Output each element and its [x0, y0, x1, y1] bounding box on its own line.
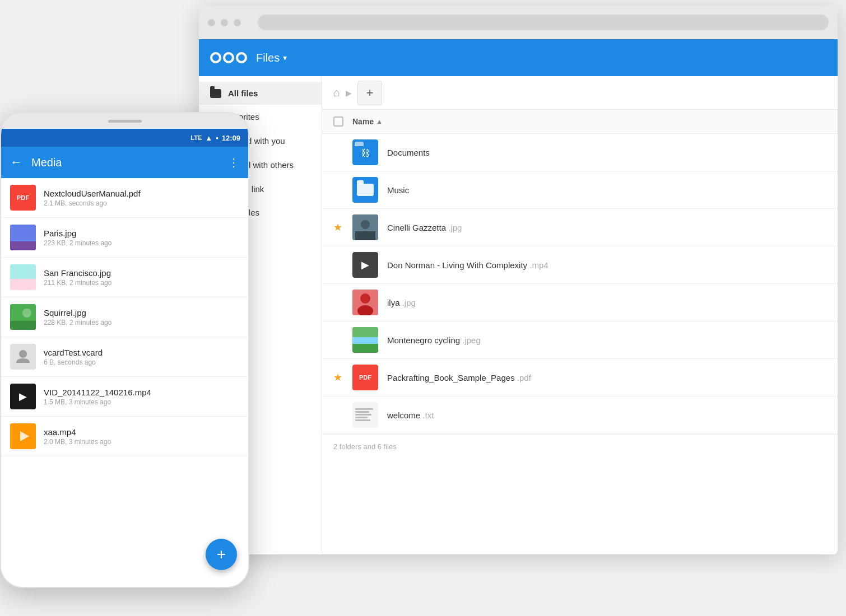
file-info: vcardTest.vcard 6 B, seconds ago — [44, 348, 239, 366]
sort-arrow-icon: ▲ — [376, 118, 383, 125]
file-name: Squirrel.jpg — [44, 308, 239, 318]
nc-filelist: ★ ⛓ Documents ★ — [322, 134, 838, 554]
file-name: ilya .jpg — [387, 298, 416, 307]
svg-point-4 — [360, 293, 370, 304]
table-row[interactable]: ★ Montenegro cycling .jpeg — [322, 321, 838, 359]
star-icon[interactable]: ★ — [333, 409, 347, 421]
file-meta: 6 B, seconds ago — [44, 358, 239, 366]
files-label: Files — [256, 52, 280, 64]
file-meta: 228 KB, 2 minutes ago — [44, 319, 239, 326]
back-button[interactable]: ← — [10, 155, 22, 170]
svg-rect-2 — [355, 231, 375, 240]
file-thumbnail: ▶ — [352, 252, 378, 278]
image-thumb — [10, 304, 36, 330]
table-row[interactable]: ★ PDF Packrafting_Book_Sample_Pages .pdf — [322, 359, 838, 396]
file-meta: 223 KB, 2 minutes ago — [44, 239, 239, 247]
mobile-file-list: PDF NextcloudUserManual.pdf 2.1 MB, seco… — [1, 178, 248, 587]
nc-logo — [210, 52, 247, 63]
nc-logo-circle-2 — [223, 52, 234, 63]
home-icon[interactable]: ⌂ — [333, 86, 340, 99]
list-item[interactable]: PDF NextcloudUserManual.pdf 2.1 MB, seco… — [1, 178, 248, 218]
star-icon[interactable]: ★ — [333, 146, 347, 158]
list-item[interactable]: Paris.jpg 223 KB, 2 minutes ago — [1, 218, 248, 258]
table-row[interactable]: ★ ⛓ Documents — [322, 134, 838, 171]
browser-dot-2 — [221, 19, 228, 26]
nc-right-panel: ⌂ ▶ + Name ▲ ★ — [322, 76, 838, 554]
app-title: Media — [31, 156, 219, 169]
nc-breadcrumb: ⌂ ▶ + — [322, 76, 838, 110]
file-meta: 1.5 MB, 3 minutes ago — [44, 398, 239, 406]
file-thumbnail — [352, 402, 378, 428]
star-icon[interactable]: ★ — [333, 259, 347, 271]
browser-window: Files ▾ All files ★ Favorites ◎ Shared w… — [199, 6, 838, 554]
video-thumb: ▶ — [352, 252, 378, 278]
file-name: Don Norman - Living With Complexity .mp4 — [387, 260, 548, 270]
list-item[interactable]: Squirrel.jpg 228 KB, 2 minutes ago — [1, 297, 248, 337]
file-name: San Francisco.jpg — [44, 268, 239, 278]
table-row[interactable]: ★ Cinelli Gazzetta .jpg — [322, 209, 838, 246]
file-info: xaa.mp4 2.0 MB, 3 minutes ago — [44, 427, 239, 446]
paris-thumbnail-svg — [10, 225, 36, 250]
file-name: VID_20141122_140216.mp4 — [44, 388, 239, 397]
file-name: welcome .txt — [387, 410, 434, 420]
add-icon: + — [217, 545, 226, 563]
nc-logo-circle-1 — [210, 52, 221, 63]
folder-link-thumb: ⛓ — [352, 139, 378, 165]
new-file-button[interactable]: + — [357, 81, 382, 105]
link-chain-icon: ⛓ — [361, 148, 370, 158]
file-thumbnail — [352, 214, 378, 240]
nc-files-button[interactable]: Files ▾ — [256, 52, 287, 64]
star-icon[interactable]: ★ — [333, 184, 347, 196]
list-item[interactable]: ▶ VID_20141122_140216.mp4 1.5 MB, 3 minu… — [1, 377, 248, 417]
status-time: 12:09 — [222, 134, 240, 142]
star-icon[interactable]: ★ — [333, 296, 347, 309]
file-name: Music — [387, 185, 409, 195]
star-icon[interactable]: ★ — [333, 221, 347, 234]
svg-point-1 — [361, 220, 370, 229]
table-row[interactable]: ★ ilya .jpg — [322, 284, 838, 321]
folder-shape-icon — [357, 184, 374, 196]
svg-point-14 — [22, 309, 31, 318]
file-thumbnail — [352, 327, 378, 353]
svg-point-16 — [19, 350, 27, 358]
name-column-header[interactable]: Name ▲ — [352, 117, 383, 126]
file-name: Cinelli Gazzetta .jpg — [387, 223, 462, 232]
svg-rect-10 — [10, 241, 36, 250]
fab-add-button[interactable]: + — [206, 539, 237, 570]
android-appbar: ← Media ⋮ — [1, 147, 248, 178]
table-row[interactable]: ★ welcome .txt — [322, 396, 838, 434]
nc-main-content: All files ★ Favorites ◎ Shared with you … — [199, 76, 838, 554]
overflow-menu-button[interactable]: ⋮ — [228, 156, 239, 169]
star-icon[interactable]: ★ — [333, 371, 347, 384]
files-chevron-icon: ▾ — [283, 53, 287, 62]
folder-thumb — [352, 177, 378, 203]
file-info: Paris.jpg 223 KB, 2 minutes ago — [44, 228, 239, 247]
breadcrumb-arrow-icon: ▶ — [346, 88, 352, 97]
vcard-icon-svg — [15, 348, 31, 365]
browser-addressbar[interactable] — [258, 15, 829, 30]
star-icon[interactable]: ★ — [333, 334, 347, 346]
nc-header: Files ▾ — [199, 39, 838, 76]
file-thumbnail — [352, 177, 378, 203]
browser-dot-3 — [234, 19, 241, 26]
name-col-label: Name — [352, 117, 374, 126]
sidebar-label-all-files: All files — [228, 88, 258, 98]
file-info: San Francisco.jpg 211 KB, 2 minutes ago — [44, 268, 239, 287]
mobile-notch-bar — [1, 113, 248, 129]
svg-rect-15 — [10, 321, 36, 330]
table-row[interactable]: ★ Music — [322, 171, 838, 209]
select-all-checkbox[interactable] — [333, 116, 343, 127]
list-item[interactable]: vcardTest.vcard 6 B, seconds ago — [1, 337, 248, 377]
video-thumb: ▶ — [10, 384, 36, 409]
file-name: Montenegro cycling .jpeg — [387, 335, 481, 345]
list-item[interactable]: San Francisco.jpg 211 KB, 2 minutes ago — [1, 258, 248, 297]
xaa-thumbnail-svg — [10, 423, 36, 449]
file-thumbnail: ⛓ — [352, 139, 378, 165]
mobile-phone: LTE ▲ ▪ 12:09 ← Media ⋮ PDF NextcloudUse… — [0, 112, 249, 588]
table-row[interactable]: ★ ▶ Don Norman - Living With Complexity … — [322, 246, 838, 284]
list-item[interactable]: xaa.mp4 2.0 MB, 3 minutes ago — [1, 417, 248, 456]
files-count-label: 2 folders and 6 files — [333, 442, 397, 451]
file-thumbnail — [352, 290, 378, 315]
sidebar-item-all-files[interactable]: All files — [199, 82, 322, 105]
signal-icon: ▲ — [205, 134, 212, 142]
